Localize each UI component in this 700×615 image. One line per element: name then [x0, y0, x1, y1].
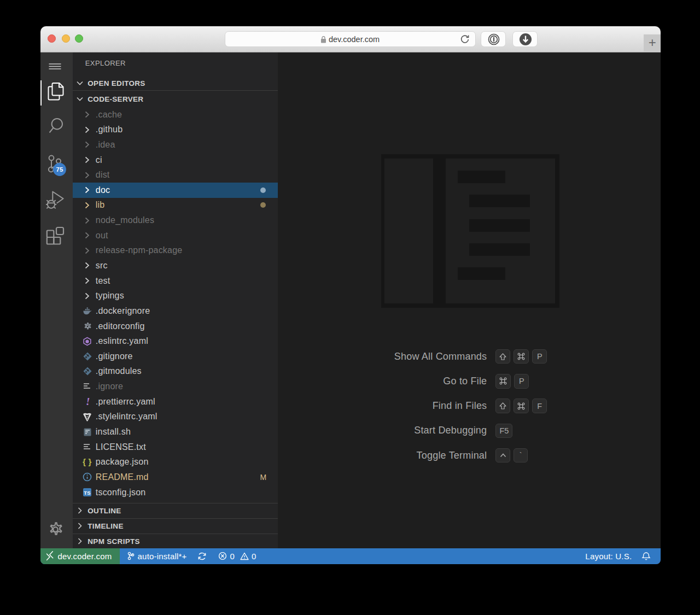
- svg-text:!: !: [86, 396, 90, 407]
- svg-text:{ }: { }: [83, 457, 92, 466]
- svg-text:75: 75: [56, 166, 63, 173]
- svg-text:TS: TS: [84, 490, 91, 496]
